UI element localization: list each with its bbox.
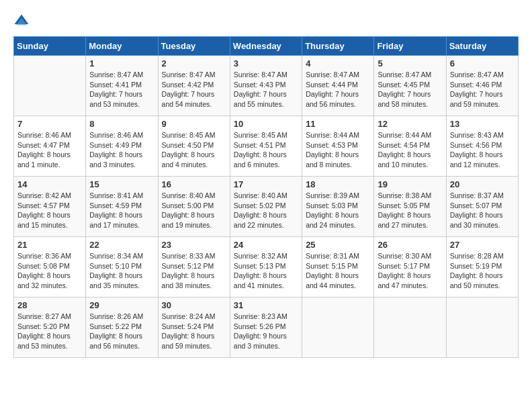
calendar-cell: [374, 298, 446, 358]
day-number: 1: [89, 58, 154, 68]
day-info: Sunrise: 8:42 AMSunset: 4:57 PMDaylight:…: [17, 191, 82, 230]
calendar-cell: 24Sunrise: 8:32 AMSunset: 5:13 PMDayligh…: [230, 237, 302, 298]
day-info: Sunrise: 8:47 AMSunset: 4:45 PMDaylight:…: [378, 70, 442, 109]
day-info: Sunrise: 8:47 AMSunset: 4:44 PMDaylight:…: [306, 70, 370, 109]
day-number: 29: [89, 300, 154, 310]
header-day-thursday: Thursday: [302, 37, 374, 56]
day-number: 19: [378, 179, 442, 189]
day-info: Sunrise: 8:26 AMSunset: 5:22 PMDaylight:…: [89, 312, 154, 351]
day-number: 11: [306, 119, 370, 129]
day-info: Sunrise: 8:23 AMSunset: 5:26 PMDaylight:…: [234, 312, 298, 351]
day-number: 22: [89, 240, 154, 250]
day-info: Sunrise: 8:37 AMSunset: 5:07 PMDaylight:…: [450, 191, 515, 230]
day-info: Sunrise: 8:33 AMSunset: 5:12 PMDaylight:…: [162, 251, 226, 291]
day-number: 3: [234, 58, 298, 68]
calendar-cell: 2Sunrise: 8:47 AMSunset: 4:42 PMDaylight…: [158, 56, 230, 116]
calendar-cell: 10Sunrise: 8:45 AMSunset: 4:51 PMDayligh…: [230, 116, 302, 177]
week-row-1: 7Sunrise: 8:46 AMSunset: 4:47 PMDaylight…: [14, 116, 519, 177]
calendar-cell: 9Sunrise: 8:45 AMSunset: 4:50 PMDaylight…: [158, 116, 230, 177]
calendar-table: SundayMondayTuesdayWednesdayThursdayFrid…: [13, 36, 519, 358]
day-info: Sunrise: 8:41 AMSunset: 4:59 PMDaylight:…: [89, 191, 154, 230]
calendar-cell: 20Sunrise: 8:37 AMSunset: 5:07 PMDayligh…: [446, 177, 518, 237]
day-number: 24: [234, 240, 298, 250]
calendar-cell: 8Sunrise: 8:46 AMSunset: 4:49 PMDaylight…: [86, 116, 158, 177]
logo-icon: [13, 13, 30, 30]
day-info: Sunrise: 8:43 AMSunset: 4:56 PMDaylight:…: [450, 130, 515, 170]
day-number: 2: [162, 58, 226, 68]
calendar-cell: 15Sunrise: 8:41 AMSunset: 4:59 PMDayligh…: [86, 177, 158, 237]
day-info: Sunrise: 8:27 AMSunset: 5:20 PMDaylight:…: [17, 312, 82, 351]
calendar-cell: 12Sunrise: 8:44 AMSunset: 4:54 PMDayligh…: [374, 116, 446, 177]
calendar-cell: 27Sunrise: 8:28 AMSunset: 5:19 PMDayligh…: [446, 237, 518, 298]
day-number: 12: [378, 119, 442, 129]
day-info: Sunrise: 8:34 AMSunset: 5:10 PMDaylight:…: [89, 251, 154, 291]
week-row-2: 14Sunrise: 8:42 AMSunset: 4:57 PMDayligh…: [14, 177, 519, 237]
day-number: 26: [378, 240, 442, 250]
calendar-cell: 18Sunrise: 8:39 AMSunset: 5:03 PMDayligh…: [302, 177, 374, 237]
header-day-friday: Friday: [374, 37, 446, 56]
day-number: 16: [162, 179, 226, 189]
calendar-cell: 17Sunrise: 8:40 AMSunset: 5:02 PMDayligh…: [230, 177, 302, 237]
day-number: 25: [306, 240, 370, 250]
calendar-cell: 16Sunrise: 8:40 AMSunset: 5:00 PMDayligh…: [158, 177, 230, 237]
calendar-cell: 3Sunrise: 8:47 AMSunset: 4:43 PMDaylight…: [230, 56, 302, 116]
calendar-cell: 19Sunrise: 8:38 AMSunset: 5:05 PMDayligh…: [374, 177, 446, 237]
day-info: Sunrise: 8:30 AMSunset: 5:17 PMDaylight:…: [378, 251, 442, 291]
header-day-monday: Monday: [86, 37, 158, 56]
day-number: 18: [306, 179, 370, 189]
day-info: Sunrise: 8:28 AMSunset: 5:19 PMDaylight:…: [450, 251, 515, 291]
logo: [13, 13, 32, 30]
calendar-cell: 21Sunrise: 8:36 AMSunset: 5:08 PMDayligh…: [14, 237, 86, 298]
calendar-cell: 29Sunrise: 8:26 AMSunset: 5:22 PMDayligh…: [86, 298, 158, 358]
header-day-saturday: Saturday: [446, 37, 518, 56]
day-info: Sunrise: 8:38 AMSunset: 5:05 PMDaylight:…: [378, 191, 442, 230]
day-number: 17: [234, 179, 298, 189]
day-info: Sunrise: 8:31 AMSunset: 5:15 PMDaylight:…: [306, 251, 370, 291]
calendar-cell: 1Sunrise: 8:47 AMSunset: 4:41 PMDaylight…: [86, 56, 158, 116]
calendar-cell: 4Sunrise: 8:47 AMSunset: 4:44 PMDaylight…: [302, 56, 374, 116]
week-row-0: 1Sunrise: 8:47 AMSunset: 4:41 PMDaylight…: [14, 56, 519, 116]
day-number: 5: [378, 58, 442, 68]
day-number: 9: [162, 119, 226, 129]
header-row: SundayMondayTuesdayWednesdayThursdayFrid…: [14, 37, 519, 56]
week-row-3: 21Sunrise: 8:36 AMSunset: 5:08 PMDayligh…: [14, 237, 519, 298]
day-number: 14: [17, 179, 82, 189]
day-number: 21: [17, 240, 82, 250]
day-info: Sunrise: 8:44 AMSunset: 4:54 PMDaylight:…: [378, 130, 442, 170]
day-info: Sunrise: 8:47 AMSunset: 4:41 PMDaylight:…: [89, 70, 154, 109]
calendar-cell: 14Sunrise: 8:42 AMSunset: 4:57 PMDayligh…: [14, 177, 86, 237]
day-number: 15: [89, 179, 154, 189]
day-info: Sunrise: 8:24 AMSunset: 5:24 PMDaylight:…: [162, 312, 226, 351]
day-info: Sunrise: 8:46 AMSunset: 4:49 PMDaylight:…: [89, 130, 154, 170]
header-day-tuesday: Tuesday: [158, 37, 230, 56]
day-number: 7: [17, 119, 82, 129]
week-row-4: 28Sunrise: 8:27 AMSunset: 5:20 PMDayligh…: [14, 298, 519, 358]
calendar-cell: 28Sunrise: 8:27 AMSunset: 5:20 PMDayligh…: [14, 298, 86, 358]
day-info: Sunrise: 8:36 AMSunset: 5:08 PMDaylight:…: [17, 251, 82, 291]
day-number: 28: [17, 300, 82, 310]
day-info: Sunrise: 8:44 AMSunset: 4:53 PMDaylight:…: [306, 130, 370, 170]
calendar-cell: 7Sunrise: 8:46 AMSunset: 4:47 PMDaylight…: [14, 116, 86, 177]
day-info: Sunrise: 8:32 AMSunset: 5:13 PMDaylight:…: [234, 251, 298, 291]
calendar-cell: [446, 298, 518, 358]
day-info: Sunrise: 8:47 AMSunset: 4:46 PMDaylight:…: [450, 70, 515, 109]
day-info: Sunrise: 8:39 AMSunset: 5:03 PMDaylight:…: [306, 191, 370, 230]
calendar-cell: [302, 298, 374, 358]
calendar-cell: 5Sunrise: 8:47 AMSunset: 4:45 PMDaylight…: [374, 56, 446, 116]
calendar-cell: 25Sunrise: 8:31 AMSunset: 5:15 PMDayligh…: [302, 237, 374, 298]
calendar-cell: 31Sunrise: 8:23 AMSunset: 5:26 PMDayligh…: [230, 298, 302, 358]
day-number: 13: [450, 119, 515, 129]
day-number: 10: [234, 119, 298, 129]
calendar-cell: 11Sunrise: 8:44 AMSunset: 4:53 PMDayligh…: [302, 116, 374, 177]
day-number: 23: [162, 240, 226, 250]
day-info: Sunrise: 8:46 AMSunset: 4:47 PMDaylight:…: [17, 130, 82, 170]
day-number: 20: [450, 179, 515, 189]
calendar-cell: 13Sunrise: 8:43 AMSunset: 4:56 PMDayligh…: [446, 116, 518, 177]
calendar-cell: 30Sunrise: 8:24 AMSunset: 5:24 PMDayligh…: [158, 298, 230, 358]
day-number: 27: [450, 240, 515, 250]
calendar-cell: 22Sunrise: 8:34 AMSunset: 5:10 PMDayligh…: [86, 237, 158, 298]
calendar-header: SundayMondayTuesdayWednesdayThursdayFrid…: [14, 37, 519, 56]
day-info: Sunrise: 8:40 AMSunset: 5:02 PMDaylight:…: [234, 191, 298, 230]
calendar-cell: 23Sunrise: 8:33 AMSunset: 5:12 PMDayligh…: [158, 237, 230, 298]
calendar-cell: [14, 56, 86, 116]
